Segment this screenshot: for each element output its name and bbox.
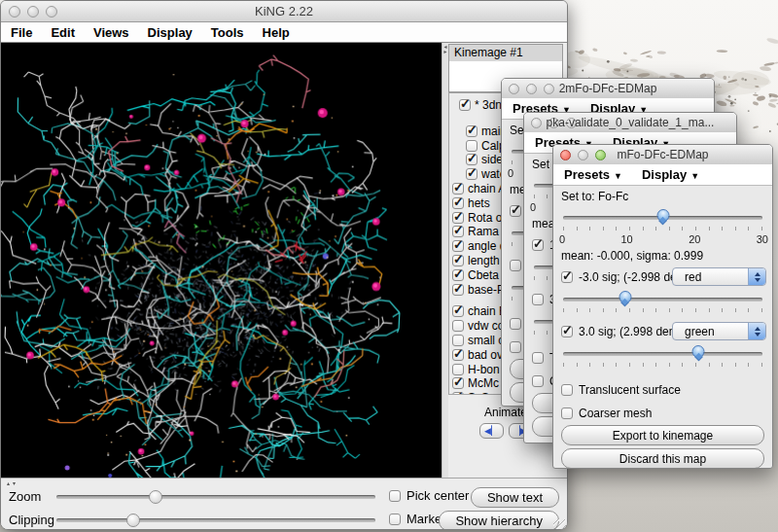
menu-edit[interactable]: Edit <box>51 25 75 40</box>
item-checkbox[interactable] <box>452 284 464 296</box>
translucent-surface-checkbox[interactable] <box>532 352 544 364</box>
item-checkbox[interactable] <box>452 240 464 252</box>
tick-mark <box>589 363 590 367</box>
pick-center-box[interactable] <box>389 490 401 502</box>
tick-mark <box>682 308 683 312</box>
show-text-button[interactable]: Show text <box>471 487 559 508</box>
positive-contour-checkbox[interactable] <box>561 326 573 337</box>
dialog-titlebar[interactable]: pka-validate_0_validate_1_ma... <box>524 113 736 133</box>
item-checkbox[interactable] <box>452 255 464 266</box>
coarser-mesh-checkbox[interactable] <box>532 375 544 387</box>
show-hierarchy-button[interactable]: Show hierarchy <box>439 511 559 530</box>
menu-views[interactable]: Views <box>93 25 129 40</box>
tick-mark <box>512 160 513 164</box>
king-titlebar[interactable]: KiNG 2.22 <box>1 1 567 22</box>
item-checkbox[interactable] <box>452 305 464 317</box>
item-checkbox[interactable] <box>452 364 464 375</box>
king-content: ◂▸ Kinemage #1 * 3dndmainchCalphasidechw… <box>1 43 567 479</box>
bottom-splitter-arrows[interactable]: ▴▾ <box>7 479 18 486</box>
positive-level-slider[interactable] <box>563 345 762 361</box>
slider-ticks <box>563 363 762 368</box>
tick-mark <box>761 227 762 231</box>
positive-contour-checkbox[interactable] <box>532 294 544 305</box>
item-checkbox[interactable] <box>452 197 464 209</box>
slider-thumb[interactable] <box>656 209 669 226</box>
menu-help[interactable]: Help <box>263 25 290 40</box>
discard-this-map-button[interactable]: Discard this map <box>561 448 764 469</box>
sidebar-item-bad-ov[interactable]: bad ov <box>452 348 503 362</box>
slider-track[interactable] <box>563 352 762 356</box>
negative-color-value: red <box>685 270 701 284</box>
sidebar-item-chain-b[interactable]: chain B <box>452 304 507 318</box>
tick-mark <box>577 308 578 312</box>
set-to-label: Set to: Fo-Fc <box>561 190 628 203</box>
zoom-slider-thumb[interactable] <box>149 490 162 504</box>
dialog-titlebar[interactable]: mFo-DFc-EDMap <box>553 145 772 165</box>
markers-box[interactable] <box>389 514 401 525</box>
item-checkbox[interactable] <box>452 269 464 281</box>
item-checkbox[interactable] <box>452 226 464 237</box>
slider-track[interactable] <box>563 298 762 301</box>
tick-mark <box>616 363 617 367</box>
tick-mark <box>534 276 535 280</box>
item-checkbox[interactable] <box>466 140 477 152</box>
item-checkbox[interactable] <box>452 377 464 389</box>
clipping-slider-track[interactable] <box>56 518 375 522</box>
tick-mark <box>682 227 683 231</box>
item-label: vdw co <box>468 319 504 333</box>
tick-mark <box>709 363 710 367</box>
king-bottom-bar: ▴▾ Zoom Pick center Show text Clipping <box>1 479 567 530</box>
item-checkbox[interactable] <box>452 183 464 195</box>
item-checkbox[interactable] <box>452 212 464 224</box>
translucent-surface-checkbox[interactable] <box>561 384 573 396</box>
level-slider[interactable] <box>563 209 762 225</box>
sidebar-item-base-p[interactable]: base-P <box>452 283 505 297</box>
dialog-titlebar[interactable]: 2mFo-DFc-EDMap <box>502 79 714 99</box>
positive-contour-label: 3.0 sig; (2.998 dens) <box>579 325 685 338</box>
item-checkbox[interactable] <box>466 125 477 137</box>
coarser-mesh-checkbox[interactable] <box>561 408 573 419</box>
negative-contour-checkbox[interactable] <box>510 205 521 217</box>
negative-contour-checkbox[interactable] <box>561 271 573 283</box>
item-checkbox[interactable] <box>466 168 477 180</box>
slider-thumb[interactable] <box>619 291 631 307</box>
tick-mark <box>722 308 723 312</box>
coarser-mesh-checkbox[interactable] <box>510 341 521 353</box>
menu-tools[interactable]: Tools <box>211 25 244 40</box>
item-checkbox[interactable] <box>452 320 464 332</box>
dialog-title: mFo-DFc-EDMap <box>553 148 772 161</box>
pick-center-checkbox[interactable]: Pick center <box>389 488 469 503</box>
animate-prev-button[interactable]: ◀▏ <box>479 423 504 439</box>
clipping-slider-row: Clipping Markers Show hierarchy <box>1 511 567 528</box>
resize-grip[interactable] <box>553 519 566 530</box>
item-checkbox[interactable] <box>466 154 477 165</box>
split-pane-divider[interactable]: ◂▸ <box>442 43 448 478</box>
zoom-slider-track[interactable] <box>56 495 375 499</box>
window-title: KiNG 2.22 <box>1 4 567 18</box>
export-to-kinemage-button[interactable]: Export to kinemage <box>561 425 764 445</box>
negative-contour-checkbox[interactable] <box>532 239 544 251</box>
tick-mark <box>761 363 762 367</box>
kinemage-list-item[interactable]: Kinemage #1 <box>449 45 562 61</box>
negative-level-slider[interactable] <box>563 291 762 306</box>
item-checkbox[interactable] <box>459 99 471 111</box>
display-menu[interactable]: Display▼ <box>642 167 699 182</box>
molecular-viewport[interactable] <box>1 43 442 478</box>
slider-thumb[interactable] <box>692 345 705 362</box>
translucent-surface-checkbox[interactable] <box>510 318 521 330</box>
slider-ticks <box>563 227 762 231</box>
presets-menu[interactable]: Presets▼ <box>564 167 622 182</box>
tick-mark <box>669 363 670 367</box>
item-checkbox[interactable] <box>452 335 464 346</box>
item-checkbox[interactable] <box>452 392 464 395</box>
sidebar-item-vdw-co[interactable]: vdw co <box>452 319 504 333</box>
negative-color-select[interactable]: red <box>672 267 766 286</box>
positive-contour-checkbox[interactable] <box>510 260 521 271</box>
slider-tick-labels: 010 2030 <box>559 233 768 245</box>
positive-color-select[interactable]: green <box>672 322 766 340</box>
clipping-slider-thumb[interactable] <box>126 514 140 527</box>
item-checkbox[interactable] <box>452 349 464 361</box>
tick-mark <box>669 308 670 312</box>
menu-file[interactable]: File <box>11 25 32 40</box>
menu-display[interactable]: Display <box>148 25 193 40</box>
